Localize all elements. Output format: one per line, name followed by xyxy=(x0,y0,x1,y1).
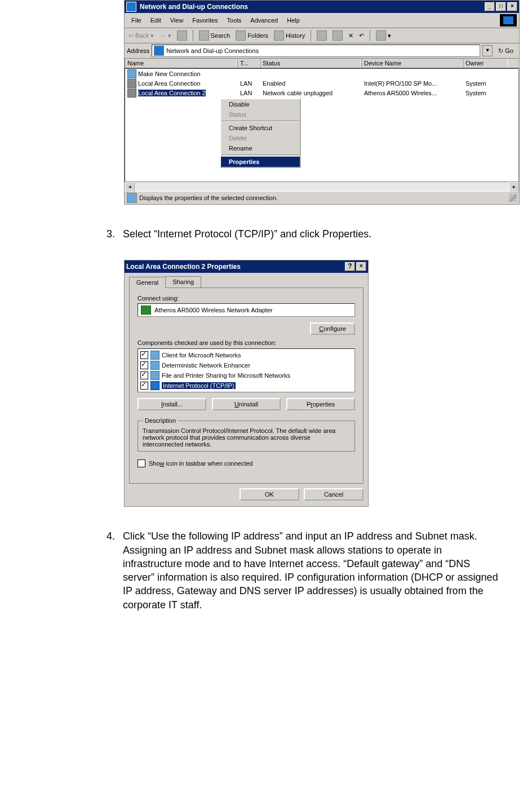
properties-button[interactable]: Properties xyxy=(286,398,355,410)
status-text: Displays the properties of the selected … xyxy=(139,194,278,201)
col-device[interactable]: Device Name xyxy=(361,59,463,68)
tab-sharing[interactable]: Sharing xyxy=(165,276,201,288)
connection-icon xyxy=(127,79,136,88)
tab-body: Connect using: Atheros AR5000 Wireless N… xyxy=(129,288,363,484)
search-icon xyxy=(199,30,209,41)
copy-icon xyxy=(333,30,343,41)
checkbox-unchecked-icon[interactable] xyxy=(138,459,145,467)
component-item[interactable]: Client for Microsoft Networks xyxy=(139,350,353,360)
tool-delete-button[interactable]: ✕ xyxy=(347,31,355,41)
col-type[interactable]: T... xyxy=(237,59,260,68)
list-header: Name T... Status Device Name Owner xyxy=(125,59,519,68)
window-icon xyxy=(126,2,136,12)
menu-view[interactable]: View xyxy=(166,16,188,25)
back-button[interactable]: ⇦ Back ▾ xyxy=(127,31,156,41)
minimize-button[interactable]: _ xyxy=(485,2,495,11)
connection-icon xyxy=(127,89,136,98)
ok-button[interactable]: OK xyxy=(240,488,299,501)
ctx-status: Status xyxy=(221,109,300,120)
help-button[interactable]: ? xyxy=(345,262,355,271)
folders-button[interactable]: Folders xyxy=(234,29,270,42)
network-connections-window: Network and Dial-up Connections _ □ × Fi… xyxy=(124,0,520,205)
resize-grip-icon[interactable] xyxy=(509,194,517,202)
ctx-disable[interactable]: Disable xyxy=(221,99,300,109)
move-icon xyxy=(317,30,327,41)
tool-move-button[interactable] xyxy=(315,29,329,42)
menu-tools[interactable]: Tools xyxy=(223,16,246,25)
list-item[interactable]: Local Area Connection 2 LAN Network cabl… xyxy=(125,88,518,98)
checkbox-checked-icon[interactable] xyxy=(140,372,148,379)
address-dropdown[interactable]: ▼ xyxy=(482,45,493,56)
connection-properties-dialog: Local Area Connection 2 Properties ? × G… xyxy=(124,260,369,507)
adapter-field: Atheros AR5000 Wireless Network Adapter xyxy=(138,303,355,317)
up-button[interactable] xyxy=(175,29,189,42)
close-button[interactable]: × xyxy=(356,262,366,271)
address-input[interactable]: Network and Dial-up Connections xyxy=(152,45,480,57)
ctx-properties[interactable]: Properties xyxy=(221,157,300,167)
statusbar-icon xyxy=(127,193,137,203)
scroll-left-icon[interactable]: ◂ xyxy=(125,182,135,192)
scroll-right-icon[interactable]: ▸ xyxy=(509,182,519,192)
address-icon xyxy=(154,46,164,56)
horizontal-scrollbar[interactable]: ◂ ▸ xyxy=(125,182,519,191)
components-label: Components checked are used by this conn… xyxy=(138,339,355,346)
title-bar[interactable]: Local Area Connection 2 Properties ? × xyxy=(125,260,368,273)
menu-help[interactable]: Help xyxy=(282,16,304,25)
description-text: Transmission Control Protocol/Internet P… xyxy=(143,427,350,448)
service-icon xyxy=(150,361,159,370)
list-item[interactable]: Local Area Connection LAN Enabled Intel(… xyxy=(125,78,518,88)
tool-copy-button[interactable] xyxy=(331,29,344,42)
list-item[interactable]: Make New Connection xyxy=(125,69,518,78)
instruction-step-3: 3. Select “Internet Protocol (TCP/IP)” a… xyxy=(101,227,498,241)
checkbox-checked-icon[interactable] xyxy=(140,361,148,369)
adapter-name: Atheros AR5000 Wireless Network Adapter xyxy=(154,307,273,313)
checkbox-checked-icon[interactable] xyxy=(140,351,148,359)
folder-up-icon xyxy=(177,30,187,41)
ctx-create-shortcut[interactable]: Create Shortcut xyxy=(221,123,300,133)
show-icon-checkbox[interactable]: Show icon in taskbar when connected xyxy=(138,459,355,467)
component-item[interactable]: Deterministic Network Enhancer xyxy=(139,360,353,370)
close-button[interactable]: × xyxy=(507,2,517,11)
search-button[interactable]: Search xyxy=(197,29,232,42)
go-button[interactable]: ↻Go xyxy=(495,46,517,56)
connect-using-label: Connect using: xyxy=(138,295,355,302)
col-status[interactable]: Status xyxy=(260,59,361,68)
col-name[interactable]: Name xyxy=(125,59,237,68)
client-icon xyxy=(150,351,159,360)
component-item[interactable]: Internet Protocol (TCP/IP) xyxy=(139,381,353,391)
address-bar: Address Network and Dial-up Connections … xyxy=(125,43,519,59)
maximize-button[interactable]: □ xyxy=(496,2,506,11)
views-button[interactable]: ▾ xyxy=(374,29,393,42)
go-icon: ↻ xyxy=(498,47,503,55)
tab-general[interactable]: General xyxy=(129,277,166,288)
protocol-icon xyxy=(150,381,159,390)
configure-button[interactable]: Configure xyxy=(310,322,355,335)
forward-button[interactable]: → ▾ xyxy=(158,31,172,41)
menu-advanced[interactable]: Advanced xyxy=(246,16,282,25)
component-item[interactable]: File and Printer Sharing for Microsoft N… xyxy=(139,370,353,381)
menu-edit[interactable]: Edit xyxy=(146,16,166,25)
service-icon xyxy=(150,371,159,380)
install-button[interactable]: Install... xyxy=(138,398,206,410)
address-label: Address xyxy=(127,47,149,54)
connection-icon xyxy=(127,69,136,78)
uninstall-button[interactable]: Uninstall xyxy=(212,398,281,410)
adapter-icon xyxy=(141,306,151,315)
tool-undo-button[interactable]: ↶ xyxy=(357,31,366,41)
context-menu: Disable Status Create Shortcut Delete Re… xyxy=(220,98,301,168)
list-body: Make New Connection Local Area Connectio… xyxy=(125,68,519,182)
history-button[interactable]: History xyxy=(272,29,307,42)
title-bar[interactable]: Network and Dial-up Connections _ □ × xyxy=(125,1,519,13)
dialog-buttons: OK Cancel xyxy=(125,488,368,506)
ctx-delete: Delete xyxy=(221,133,300,143)
col-owner[interactable]: Owner xyxy=(463,59,508,68)
step-text: Click “Use the following IP address” and… xyxy=(123,529,498,612)
window-title: Local Area Connection 2 Properties xyxy=(126,263,241,271)
description-legend: Description xyxy=(143,417,178,424)
menu-file[interactable]: File xyxy=(127,16,146,25)
checkbox-checked-icon[interactable] xyxy=(140,382,148,390)
ctx-rename[interactable]: Rename xyxy=(221,143,300,153)
views-icon xyxy=(376,30,386,41)
menu-favorites[interactable]: Favorites xyxy=(188,16,222,25)
cancel-button[interactable]: Cancel xyxy=(304,488,363,501)
